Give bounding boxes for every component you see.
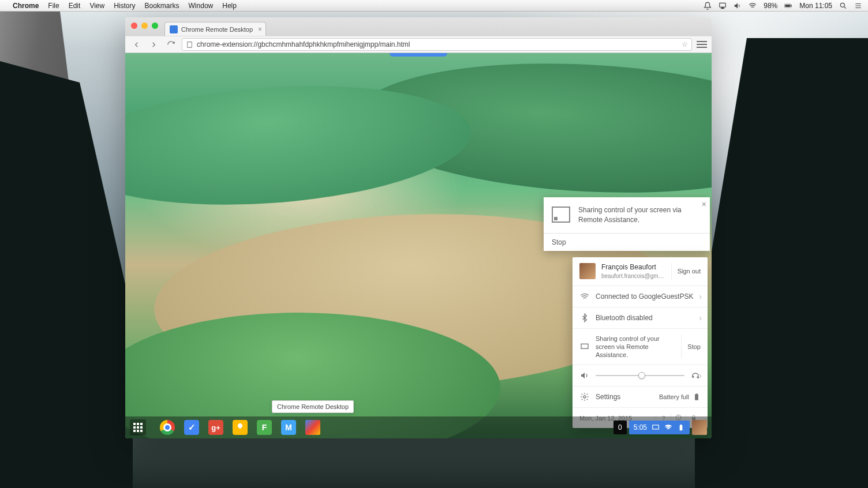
chevron-right-icon[interactable]: › (699, 371, 702, 380)
menu-edit[interactable]: Edit (69, 2, 81, 10)
sharing-label: Sharing control of your screen via Remot… (596, 335, 675, 359)
menu-app[interactable]: Chrome (13, 2, 39, 10)
forward-button[interactable] (147, 40, 160, 49)
shelf-avatar[interactable] (692, 420, 707, 435)
shelf-app-chrome-remote-desktop[interactable] (305, 420, 320, 435)
shelf-app-keep[interactable] (233, 420, 248, 435)
wifi-label: Connected to GoogleGuestPSK (596, 292, 693, 301)
menu-window[interactable]: Window (189, 2, 214, 10)
menu-view[interactable]: View (89, 2, 104, 10)
address-bar[interactable]: chrome-extension://gbchcmhmhahfdphkhkmpf… (182, 38, 692, 51)
remote-desktop-viewport[interactable]: × Sharing control of your screen via Rem… (125, 53, 712, 438)
battery-label: Battery full (659, 393, 689, 400)
shelf-app-chrome[interactable] (160, 420, 175, 435)
url-text: chrome-extension://gbchcmhmhahfdphkhkmpf… (197, 40, 410, 48)
browser-toolbar: chrome-extension://gbchcmhmhahfdphkhkmpf… (125, 36, 712, 53)
battery-percent[interactable]: 98% (764, 2, 777, 10)
svg-rect-13 (680, 425, 683, 430)
gear-icon[interactable] (579, 392, 590, 401)
page-icon (186, 41, 193, 48)
screen-share-icon (652, 423, 660, 431)
remote-toolbar-handle[interactable] (390, 53, 447, 57)
clock[interactable]: Mon 11:05 (799, 2, 832, 10)
wifi-icon (664, 423, 672, 431)
launcher-button[interactable] (130, 419, 146, 436)
browser-tab[interactable]: Chrome Remote Desktop × (164, 22, 266, 36)
wifi-icon (579, 292, 590, 301)
tab-strip: Chrome Remote Desktop × (125, 17, 712, 36)
menu-help[interactable]: Help (222, 2, 237, 10)
volume-icon[interactable] (734, 2, 742, 10)
bluetooth-icon (579, 313, 590, 322)
svg-rect-2 (785, 5, 791, 7)
system-status-popup: François Beaufort beaufort.francois@gmai… (573, 257, 708, 428)
back-button[interactable] (130, 40, 143, 49)
app-tooltip: Chrome Remote Desktop (272, 400, 354, 413)
chromeos-shelf: g+ F M 0 5:05 (125, 416, 712, 438)
tray-time: 5:05 (634, 423, 647, 431)
battery-icon (693, 393, 701, 401)
reload-button[interactable] (164, 40, 177, 49)
sign-out-button[interactable]: Sign out (671, 263, 701, 280)
svg-rect-3 (791, 5, 792, 6)
user-name: François Beaufort (601, 263, 665, 272)
window-minimize-button[interactable] (141, 22, 148, 29)
shelf-app-inbox[interactable] (184, 420, 199, 435)
bluetooth-row[interactable]: Bluetooth disabled › (573, 307, 708, 329)
avatar (579, 263, 596, 279)
screen-share-icon (579, 342, 590, 351)
tab-favicon (170, 25, 178, 33)
spotlight-icon[interactable] (839, 2, 847, 10)
settings-label[interactable]: Settings (596, 393, 620, 401)
shelf-app-google-plus[interactable]: g+ (208, 420, 223, 435)
chevron-right-icon: › (699, 313, 702, 322)
user-email: beaufort.francois@gmail.c... (601, 272, 665, 280)
system-tray[interactable]: 5:05 (629, 421, 690, 434)
menu-file[interactable]: File (48, 2, 59, 10)
svg-point-4 (840, 3, 844, 7)
close-icon[interactable]: × (702, 200, 706, 209)
svg-rect-9 (696, 394, 697, 395)
notification-count-badge[interactable]: 0 (613, 421, 627, 434)
screen-share-icon (552, 207, 570, 223)
bookmark-star-icon[interactable]: ☆ (682, 40, 688, 48)
svg-rect-14 (680, 425, 682, 425)
volume-icon (579, 371, 590, 380)
mac-menubar: Chrome File Edit View History Bookmarks … (0, 0, 868, 12)
chevron-right-icon: › (699, 292, 702, 301)
sharing-stop-button[interactable]: Stop (681, 335, 701, 359)
battery-icon (784, 2, 792, 10)
shelf-app-f[interactable]: F (257, 420, 272, 435)
svg-point-7 (583, 396, 586, 398)
svg-rect-5 (188, 42, 192, 47)
wifi-icon[interactable] (749, 2, 757, 10)
window-zoom-button[interactable] (152, 22, 158, 29)
chrome-window: Chrome Remote Desktop × chrome-extension… (125, 17, 712, 438)
notification-text: Sharing control of your screen via Remot… (578, 205, 694, 225)
menu-bookmarks[interactable]: Bookmarks (145, 2, 179, 10)
svg-rect-8 (695, 395, 698, 401)
apps-grid-icon (133, 423, 143, 432)
window-close-button[interactable] (131, 22, 137, 29)
shelf-app-m[interactable]: M (281, 420, 296, 435)
svg-rect-0 (720, 3, 726, 7)
svg-rect-6 (581, 344, 588, 348)
wifi-row[interactable]: Connected to GoogleGuestPSK › (573, 286, 708, 307)
svg-rect-12 (653, 425, 659, 429)
bluetooth-label: Bluetooth disabled (596, 314, 653, 322)
menu-extras-icon[interactable] (854, 2, 862, 10)
sharing-notification: × Sharing control of your screen via Rem… (544, 197, 710, 251)
notification-stop-button[interactable]: Stop (544, 233, 710, 251)
airplay-icon[interactable] (719, 2, 727, 10)
chrome-menu-button[interactable] (697, 41, 707, 48)
notification-center-icon[interactable] (704, 2, 712, 10)
volume-slider[interactable] (596, 375, 684, 376)
tab-close-icon[interactable]: × (258, 25, 262, 33)
tab-title: Chrome Remote Desktop (181, 26, 253, 33)
menu-history[interactable]: History (114, 2, 135, 10)
battery-icon (677, 423, 685, 431)
